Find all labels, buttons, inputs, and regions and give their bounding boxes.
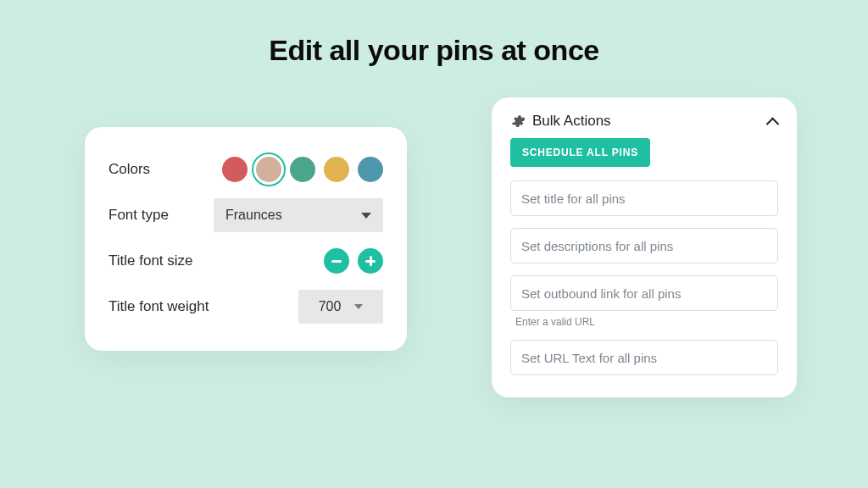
increase-font-size-button[interactable] — [358, 248, 383, 274]
font-type-row: Font type Fraunces — [108, 195, 383, 236]
caret-down-icon — [354, 304, 363, 309]
set-descriptions-input[interactable]: Set descriptions for all pins — [510, 228, 778, 263]
font-type-value: Fraunces — [225, 208, 282, 223]
font-type-label: Font type — [108, 207, 169, 224]
bulk-actions-header[interactable]: Bulk Actions — [510, 113, 778, 130]
title-font-weight-select[interactable]: 700 — [298, 290, 383, 324]
bulk-actions-title: Bulk Actions — [532, 113, 611, 130]
color-swatch-4[interactable] — [324, 157, 349, 182]
set-url-text-input[interactable]: Set URL Text for all pins — [510, 340, 778, 375]
page-headline: Edit all your pins at once — [0, 34, 868, 67]
title-font-weight-label: Title font weight — [108, 298, 209, 315]
color-swatch-3[interactable] — [290, 157, 315, 182]
title-font-size-label: Title font size — [108, 252, 193, 269]
title-font-weight-value: 700 — [319, 299, 342, 314]
decrease-font-size-button[interactable] — [324, 248, 349, 274]
chevron-up-icon — [766, 115, 778, 127]
bulk-actions-card: Bulk Actions SCHEDULE ALL PINS Set title… — [492, 97, 797, 397]
color-swatch-1[interactable] — [222, 157, 248, 182]
caret-down-icon — [361, 213, 371, 219]
set-outbound-link-input[interactable]: Set outbound link for all pins — [510, 275, 778, 311]
color-swatch-group — [222, 157, 383, 182]
outbound-link-group: Set outbound link for all pins Enter a v… — [510, 275, 778, 375]
colors-label: Colors — [108, 161, 150, 178]
bulk-actions-title-wrap: Bulk Actions — [510, 113, 611, 130]
outbound-link-helper: Enter a valid URL — [515, 316, 778, 328]
color-swatch-5[interactable] — [358, 157, 383, 182]
title-font-size-stepper — [324, 248, 383, 274]
title-font-size-row: Title font size — [108, 241, 383, 281]
font-type-select[interactable]: Fraunces — [214, 198, 383, 232]
style-settings-card: Colors Font type Fraunces Title font siz… — [85, 127, 407, 351]
colors-row: Colors — [108, 149, 383, 190]
set-title-input[interactable]: Set title for all pins — [510, 180, 778, 216]
schedule-all-pins-button[interactable]: SCHEDULE ALL PINS — [510, 138, 650, 167]
color-swatch-2[interactable] — [256, 157, 281, 182]
gear-icon — [510, 114, 526, 129]
title-font-weight-row: Title font weight 700 — [108, 286, 383, 327]
